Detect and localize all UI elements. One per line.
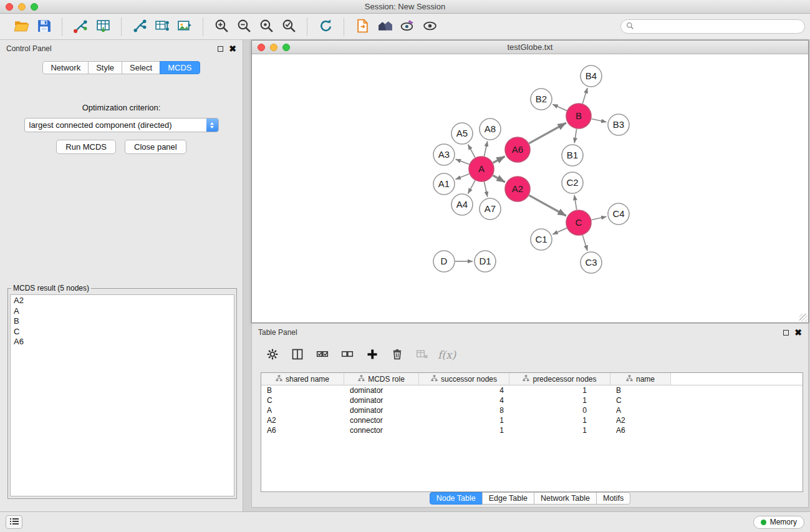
node-A7[interactable]: A7 <box>480 198 501 220</box>
edge-B-B1[interactable] <box>574 129 577 143</box>
column-header-name[interactable]: name <box>610 373 671 385</box>
node-B2[interactable]: B2 <box>531 89 552 110</box>
close-traffic-light[interactable] <box>6 3 13 11</box>
node-D[interactable]: D <box>433 251 455 272</box>
close-table-panel-icon[interactable]: ✖ <box>794 329 802 336</box>
node-A2[interactable]: A2 <box>505 177 530 201</box>
add-row-button[interactable] <box>363 346 382 364</box>
node-A4[interactable]: A4 <box>451 194 473 215</box>
column-header-successor-nodes[interactable]: successor nodes <box>419 373 509 385</box>
float-table-panel-icon[interactable] <box>783 330 789 336</box>
minimize-traffic-light[interactable] <box>18 3 26 11</box>
network-close-traffic-light[interactable] <box>258 44 265 51</box>
tab-mcds[interactable]: MCDS <box>160 61 200 74</box>
float-panel-icon[interactable] <box>218 46 223 52</box>
result-item[interactable]: A6 <box>14 337 234 347</box>
select-all-button[interactable] <box>313 346 332 364</box>
show-hide-graphics-button[interactable] <box>418 16 441 37</box>
node-C4[interactable]: C4 <box>608 203 629 225</box>
node-C2[interactable]: C2 <box>562 172 583 193</box>
node-B[interactable]: B <box>566 104 591 128</box>
network-zoom-traffic-light[interactable] <box>282 44 290 51</box>
edge-A-A5[interactable] <box>468 145 475 158</box>
result-item[interactable]: B <box>14 316 234 327</box>
edge-A-A1[interactable] <box>456 174 470 180</box>
style-preview-button[interactable] <box>396 16 418 37</box>
column-header-shared-name[interactable]: shared name <box>261 373 344 385</box>
table-tab-node-table[interactable]: Node Table <box>430 492 483 505</box>
tab-select[interactable]: Select <box>122 61 160 74</box>
show-columns-button[interactable] <box>288 346 307 364</box>
memory-button[interactable]: Memory <box>753 516 804 529</box>
node-C[interactable]: C <box>566 210 591 235</box>
table-row[interactable]: Cdominator41C <box>261 395 803 405</box>
edge-C-C3[interactable] <box>582 235 587 251</box>
network-minimize-traffic-light[interactable] <box>270 44 277 51</box>
node-B1[interactable]: B1 <box>562 145 583 166</box>
edge-B-B3[interactable] <box>592 118 607 122</box>
node-C3[interactable]: C3 <box>581 252 602 273</box>
edge-A6-B[interactable] <box>529 123 566 143</box>
save-session-button[interactable] <box>32 16 55 37</box>
run-mcds-button[interactable]: Run MCDS <box>56 140 116 154</box>
import-table-button[interactable] <box>92 16 114 37</box>
zoom-traffic-light[interactable] <box>31 3 38 11</box>
table-row[interactable]: Adominator80A <box>261 405 803 415</box>
new-network-button[interactable] <box>128 16 151 37</box>
result-item[interactable]: C <box>14 327 234 337</box>
export-image-button[interactable] <box>173 16 196 37</box>
node-C1[interactable]: C1 <box>531 229 552 250</box>
node-A8[interactable]: A8 <box>480 118 501 140</box>
edge-C-C2[interactable] <box>574 195 577 210</box>
node-D1[interactable]: D1 <box>475 251 496 272</box>
zoom-selected-button[interactable] <box>277 16 300 37</box>
search-input[interactable] <box>637 22 799 31</box>
node-B3[interactable]: B3 <box>608 114 629 135</box>
delete-rows-button[interactable] <box>388 346 407 364</box>
zoom-in-button[interactable] <box>210 16 233 37</box>
node-A5[interactable]: A5 <box>451 123 473 144</box>
network-from-table-button[interactable] <box>151 16 173 37</box>
node-A[interactable]: A <box>469 157 494 181</box>
edge-A2-C[interactable] <box>529 195 566 216</box>
table-tab-edge-table[interactable]: Edge Table <box>482 492 534 505</box>
network-canvas[interactable]: B4B2BB3A5A8A6B1A3AC2A1A2A4A7C4CC1DD1C3 <box>252 54 808 322</box>
edge-C-C1[interactable] <box>552 228 567 235</box>
node-A6[interactable]: A6 <box>505 137 530 162</box>
edge-A-A4[interactable] <box>468 180 475 193</box>
edge-C-C4[interactable] <box>592 216 607 220</box>
edge-B-B2[interactable] <box>552 104 567 110</box>
open-session-button[interactable] <box>10 16 32 37</box>
open-document-button[interactable] <box>351 16 374 37</box>
edge-B-B4[interactable] <box>582 88 587 104</box>
tab-network[interactable]: Network <box>42 61 89 74</box>
refresh-button[interactable] <box>314 16 337 37</box>
node-B4[interactable]: B4 <box>581 65 602 87</box>
mcds-result-list[interactable]: A2ABCA6 <box>10 294 234 496</box>
resize-grip[interactable] <box>799 314 808 322</box>
column-header-mcds-role[interactable]: MCDS role <box>344 373 419 385</box>
home-button[interactable] <box>374 16 396 37</box>
zoom-out-button[interactable] <box>233 16 255 37</box>
result-item[interactable]: A2 <box>14 296 234 306</box>
table-settings-button[interactable] <box>263 346 282 364</box>
table-row[interactable]: Bdominator41B <box>261 385 803 395</box>
edge-A-A6[interactable] <box>493 157 505 163</box>
optimization-criterion-dropdown[interactable]: largest connected component (directed) <box>24 118 219 132</box>
result-item[interactable]: A <box>14 306 234 317</box>
table-tab-motifs[interactable]: Motifs <box>596 492 630 505</box>
edge-A-A7[interactable] <box>484 182 487 197</box>
table-tab-network-table[interactable]: Network Table <box>534 492 597 505</box>
node-A1[interactable]: A1 <box>433 173 455 195</box>
close-panel-icon[interactable]: ✖ <box>229 46 236 52</box>
table-row[interactable]: A2connector11A2 <box>261 415 803 425</box>
deselect-all-button[interactable] <box>338 346 357 364</box>
node-A3[interactable]: A3 <box>433 144 455 165</box>
tab-style[interactable]: Style <box>88 61 122 74</box>
zoom-fit-button[interactable] <box>255 16 277 37</box>
edge-A-A2[interactable] <box>493 175 504 182</box>
import-network-button[interactable] <box>69 16 92 37</box>
edge-A-A3[interactable] <box>456 159 470 164</box>
close-panel-button[interactable]: Close panel <box>125 140 186 154</box>
task-history-button[interactable] <box>6 515 22 529</box>
